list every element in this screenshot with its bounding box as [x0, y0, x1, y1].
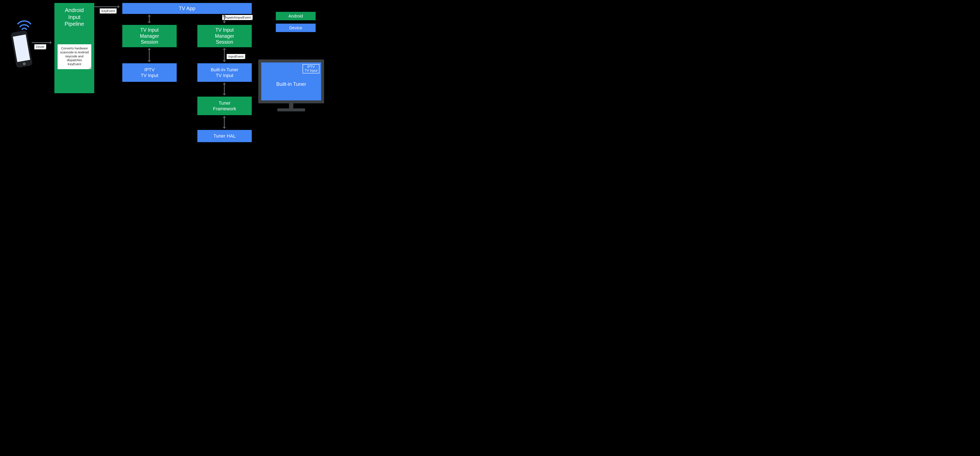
conn-session-iptv	[149, 48, 150, 62]
box-session-right: TV Input Manager Session	[197, 25, 252, 47]
arrow-pipeline-to-tvapp	[94, 6, 119, 7]
tag-driver: Driver	[34, 44, 46, 49]
tag-input-event: InputEvent	[227, 54, 245, 59]
pipeline-title: Android Input Pipeline	[65, 7, 84, 27]
legend-device: Device	[276, 24, 316, 32]
conn-tvapp-session-right	[224, 15, 225, 23]
box-session-left: TV Input Manager Session	[122, 25, 177, 47]
box-tuner-hal: Tuner HAL	[197, 130, 252, 142]
diagram-canvas: Driver Android Input Pipeline Converts h…	[0, 0, 326, 151]
box-tuner-framework: Tuner Framework	[197, 97, 252, 115]
box-builtin-input: Built-in-Tuner TV Input	[197, 63, 252, 82]
tag-keyevent: KeyEvent	[100, 8, 116, 13]
phone-icon	[6, 20, 34, 72]
tag-dispatch-input-event: dispatchInputEvent	[222, 15, 253, 20]
conn-session-builtin	[224, 48, 225, 62]
monitor-inset-label: IPTV TV Input	[302, 64, 320, 73]
monitor-icon: Built-in Tuner IPTV TV Input	[258, 59, 324, 114]
note-pipeline-description: Converts hardware scancode to Android ke…	[57, 44, 91, 69]
conn-framework-hal	[224, 116, 225, 129]
conn-tvapp-session-left	[149, 15, 150, 23]
conn-builtin-framework	[224, 83, 225, 95]
box-iptv-input: IPTV TV Input	[122, 63, 177, 82]
monitor-screen: Built-in Tuner IPTV TV Input	[261, 62, 321, 100]
arrow-phone-to-pipeline	[32, 42, 52, 43]
monitor-main-label: Built-in Tuner	[276, 81, 306, 87]
box-tv-app: TV App	[122, 3, 252, 14]
legend-android: Android	[276, 12, 316, 20]
